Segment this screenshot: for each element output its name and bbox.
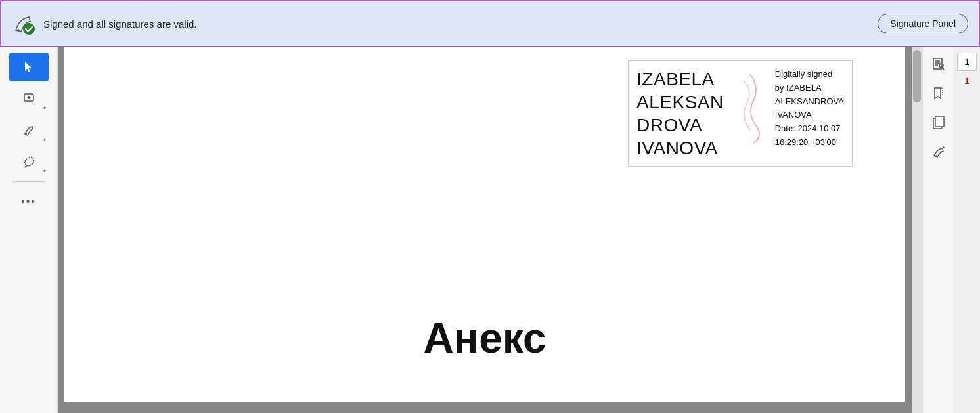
page-number-1[interactable]: 1 (957, 53, 977, 71)
pdf-content-area: IZABELA ALEKSAN DROVA IVANOVA Digitally … (58, 47, 912, 413)
page-count: 1 (964, 76, 969, 86)
signature-decoration (729, 68, 768, 146)
toolbar-divider (12, 181, 45, 182)
signature-banner: Signed and all signatures are valid. Sig… (0, 0, 980, 47)
more-tools-button[interactable]: ••• (9, 187, 49, 216)
pdf-page: IZABELA ALEKSAN DROVA IVANOVA Digitally … (64, 47, 905, 402)
scrollbar[interactable] (912, 47, 922, 413)
signature-name: IZABELA ALEKSAN DROVA IVANOVA (636, 68, 724, 160)
signature-details: Digitally signed by IZABELA ALEKSANDROVA… (775, 68, 844, 150)
document-title: Анекс (423, 314, 546, 362)
right-toolbar (922, 47, 954, 413)
banner-left: Signed and all signatures are valid. (12, 12, 196, 35)
add-annotation-button[interactable]: ▾ (9, 84, 49, 113)
lasso-tool-button[interactable]: ▾ (9, 147, 49, 176)
svg-point-0 (23, 23, 35, 35)
page-numbers-panel: 1 1 (954, 47, 980, 413)
bookmarks-button[interactable] (927, 81, 950, 105)
left-toolbar: ▾ ▾ ▾ ••• (0, 47, 58, 413)
svg-line-4 (25, 133, 27, 134)
more-icon: ••• (21, 196, 36, 207)
cursor-tool-button[interactable] (9, 53, 49, 81)
main-area: ▾ ▾ ▾ ••• (0, 47, 980, 413)
layers-button[interactable] (927, 110, 950, 134)
signature-panel-button[interactable]: Signature Panel (878, 14, 968, 33)
signature-valid-icon (12, 12, 35, 35)
document-panel-button[interactable] (927, 53, 950, 76)
sign-button[interactable] (927, 139, 950, 163)
signature-block: IZABELA ALEKSAN DROVA IVANOVA Digitally … (628, 60, 853, 167)
scroll-thumb[interactable] (913, 50, 921, 102)
pen-tool-button[interactable]: ▾ (9, 116, 49, 144)
svg-rect-11 (935, 116, 944, 127)
banner-status-text: Signed and all signatures are valid. (43, 18, 196, 30)
